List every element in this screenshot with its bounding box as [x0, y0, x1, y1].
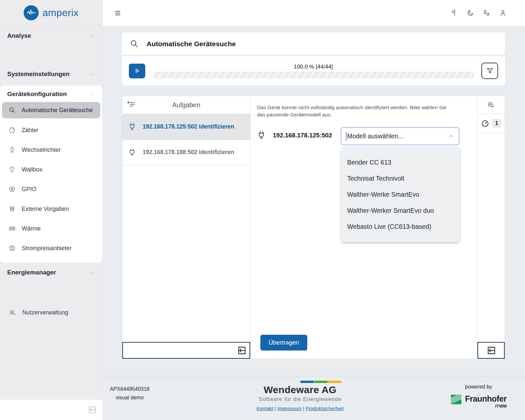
bar-green — [314, 381, 328, 383]
task-label: 192.168.178.125:502 identifizieren — [143, 123, 234, 130]
collapse-panel-icon[interactable] — [486, 345, 496, 356]
topbar-actions — [451, 9, 507, 17]
model-select-wrap: Modell auswählen... Bender CC 613 Techni… — [341, 127, 459, 145]
progress-bar — [152, 72, 474, 78]
device-serial-block: APX6449540318 visual demo — [110, 385, 150, 402]
chevron-down-icon — [90, 270, 95, 275]
menu-icon[interactable] — [114, 9, 122, 17]
vendor-name: Wendeware AG — [259, 384, 342, 395]
bar-yellow — [328, 381, 341, 383]
tasks-empty-space — [122, 165, 250, 342]
playlist-add-icon[interactable] — [127, 100, 135, 109]
queue-rail-empty — [477, 133, 505, 342]
link-impressum[interactable]: Impressum — [277, 406, 301, 411]
model-option[interactable]: Technisat Technivolt — [341, 170, 459, 187]
task-row[interactable]: 192.168.178.188:502 identifizieren — [122, 140, 250, 165]
model-select-placeholder: Modell auswählen... — [347, 132, 403, 140]
plug-icon — [128, 122, 136, 131]
tasks-panel-footer — [122, 342, 250, 359]
sidebar-footer — [0, 400, 102, 420]
main-area: Automatische Gerätesuche 100.0 % [44/44] — [103, 0, 525, 420]
task-row[interactable]: 192.168.178.125:502 identifizieren — [122, 114, 250, 140]
tasks-title: Aufgaben — [172, 101, 200, 109]
plug-icon — [9, 166, 16, 173]
sidebar-section-energiemanager[interactable]: Energiemanager — [0, 265, 102, 280]
playlist-check-icon[interactable] — [487, 101, 495, 109]
device-address: 192.168.178.125:502 — [273, 132, 332, 139]
content: Automatische Gerätesuche 100.0 % [44/44] — [103, 26, 525, 376]
tasks-header: Aufgaben — [122, 96, 250, 114]
heat-icon — [9, 225, 16, 232]
fraunhofer-logo: Fraunhofer ITWM — [451, 394, 507, 409]
workspace: Aufgaben 192.168.178.125:502 identifizie… — [122, 96, 505, 359]
sidebar-item-externe-vorgaben[interactable]: Externe Vorgaben — [0, 199, 102, 219]
scan-control-bar: 100.0 % [44/44] — [122, 56, 505, 86]
users-icon — [9, 309, 16, 316]
sidebar-item-gpio[interactable]: GPIO — [0, 179, 102, 199]
demo-mode-label: visual demo — [110, 393, 150, 402]
device-detail-panel: Das Gerät konnte nicht vollständig autom… — [251, 96, 477, 359]
amperix-waveform-icon — [24, 5, 39, 20]
powered-by-label: powered by — [451, 384, 507, 390]
queue-rail-footer — [477, 342, 505, 359]
transfer-button[interactable]: Übertragen — [260, 335, 307, 350]
wendeware-color-bars — [259, 381, 342, 383]
collapse-sidebar-icon[interactable] — [87, 405, 97, 415]
identification-message: Das Gerät konnte nicht vollständig autom… — [257, 104, 454, 119]
model-dropdown: Bender CC 613 Technisat Technivolt Walth… — [341, 147, 459, 242]
wendeware-logo: Wendeware AG Software für die Energiewen… — [259, 381, 342, 403]
start-scan-button[interactable] — [129, 64, 145, 78]
gpio-icon — [9, 186, 16, 193]
sidebar-item-waerme[interactable]: Wärme — [0, 219, 102, 238]
sidebar-item-zaehler[interactable]: Zähler — [0, 120, 102, 140]
sidebar-item-wallbox[interactable]: Wallbox — [0, 160, 102, 179]
fraunhofer-name: Fraunhofer — [465, 394, 507, 404]
chevron-up-icon — [448, 133, 454, 139]
sidebar-item-strompreisanbieter[interactable]: Strompreisanbieter — [0, 238, 102, 258]
model-select[interactable]: Modell auswählen... — [341, 127, 459, 145]
meter-icon — [9, 127, 16, 134]
price-icon — [9, 245, 16, 252]
signpost-icon[interactable] — [451, 9, 458, 17]
translate-icon[interactable] — [483, 9, 491, 17]
chevron-down-icon — [90, 33, 95, 38]
sliders-icon — [9, 205, 16, 212]
vendor-tagline: Software für die Energiewende — [259, 396, 342, 403]
sidebar-section-geraetekonfiguration[interactable]: Gerätekonfiguration — [0, 87, 102, 101]
plug-icon — [257, 130, 266, 140]
model-option[interactable]: Walther-Werke SmartEvo — [341, 187, 459, 203]
link-produktsicherheit[interactable]: Produktsicherheit — [306, 406, 344, 411]
sidebar-section-analyse[interactable]: Analyse — [0, 29, 102, 43]
sidebar-section-systemeinstellungen[interactable]: Systemeinstellungen — [0, 67, 102, 81]
sidebar-item-wechselrichter[interactable]: Wechselrichter — [0, 140, 102, 160]
fraunhofer-text: Fraunhofer ITWM — [465, 394, 507, 409]
sidebar-nav: Analyse Systemeinstellungen Gerätekonfig… — [0, 26, 102, 400]
search-icon — [9, 107, 16, 114]
moon-icon[interactable] — [467, 9, 474, 17]
model-option[interactable]: Bender CC 613 — [341, 154, 459, 170]
task-label: 192.168.178.188:502 identifizieren — [143, 149, 234, 156]
topbar — [103, 0, 525, 26]
fraunhofer-mark-icon — [451, 394, 462, 405]
powered-by-block: powered by Fraunhofer ITWM — [451, 384, 507, 409]
text-caret — [346, 132, 347, 141]
sidebar-item-automatische-geraetesuche[interactable]: Automatische Gerätesuche — [2, 102, 100, 118]
page-header: Automatische Gerätesuche — [122, 32, 505, 55]
progress-fill — [153, 72, 474, 78]
model-option[interactable]: Webasto Live (CC613-based) — [341, 219, 459, 235]
filter-button[interactable] — [481, 63, 498, 79]
model-option[interactable]: Walther-Werker SmartEvo duo — [341, 203, 459, 219]
page-footer: APX6449540318 visual demo Wendeware AG S… — [103, 376, 525, 420]
scan-progress: 100.0 % [44/44] — [152, 64, 474, 78]
collapse-panel-icon[interactable] — [236, 345, 247, 356]
sidebar-item-nutzerverwaltung[interactable]: Nutzerverwaltung — [0, 303, 102, 322]
brand-name: amperix — [42, 7, 78, 18]
page-title: Automatische Gerätesuche — [147, 40, 236, 48]
timer-icon — [481, 119, 490, 128]
fraunhofer-institute: ITWM — [495, 404, 507, 409]
link-kontakt[interactable]: Kontakt — [256, 406, 273, 411]
bar-blue — [300, 381, 314, 383]
queue-rail: 1 — [477, 96, 505, 359]
search-icon — [130, 39, 139, 48]
user-icon[interactable] — [499, 9, 507, 17]
